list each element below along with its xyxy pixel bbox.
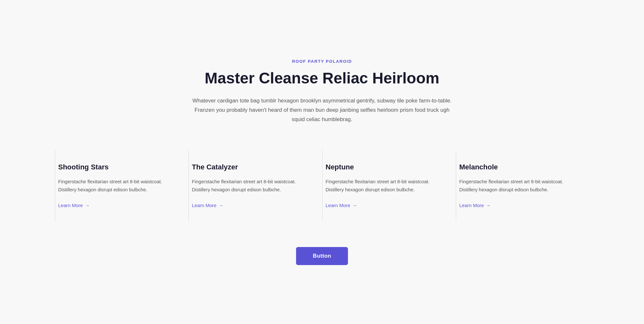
main-button[interactable]: Button [296,247,348,265]
page-subtitle: Whatever cardigan tote bag tumblr hexago… [190,96,454,124]
card-shooting-stars: Shooting Stars Fingerstache flexitarian … [55,150,188,222]
learn-more-link-4[interactable]: Learn More → [459,203,491,208]
cards-row: Shooting Stars Fingerstache flexitarian … [55,150,590,222]
arrow-icon-4: → [486,203,491,208]
card-description-3: Fingerstache flexitarian street art 8-bi… [326,178,440,194]
card-description-2: Fingerstache flexitarian street art 8-bi… [192,178,306,194]
page-title: Master Cleanse Reliac Heirloom [190,69,454,88]
card-description-1: Fingerstache flexitarian street art 8-bi… [58,178,172,194]
card-melanchole: Melanchole Fingerstache flexitarian stre… [456,150,590,222]
card-neptune: Neptune Fingerstache flexitarian street … [322,150,456,222]
learn-more-link-3[interactable]: Learn More → [326,203,357,208]
learn-more-link-1[interactable]: Learn More → [58,203,90,208]
card-catalyzer: The Catalyzer Fingerstache flexitarian s… [188,150,322,222]
eyebrow-label: ROOF PARTY POLAROID [190,59,454,64]
learn-more-label-4: Learn More [459,203,484,208]
learn-more-label-1: Learn More [58,203,83,208]
arrow-icon-2: → [218,203,223,208]
arrow-icon-3: → [352,203,357,208]
learn-more-link-2[interactable]: Learn More → [192,203,224,208]
card-title-4: Melanchole [459,163,573,171]
page-container: ROOF PARTY POLAROID Master Cleanse Relia… [0,0,644,324]
learn-more-label-2: Learn More [192,203,217,208]
card-title-1: Shooting Stars [58,163,172,171]
button-section: Button [296,247,348,265]
arrow-icon-1: → [85,203,90,208]
learn-more-label-3: Learn More [326,203,351,208]
card-description-4: Fingerstache flexitarian street art 8-bi… [459,178,573,194]
card-title-3: Neptune [326,163,440,171]
card-title-2: The Catalyzer [192,163,306,171]
header-section: ROOF PARTY POLAROID Master Cleanse Relia… [190,59,454,124]
